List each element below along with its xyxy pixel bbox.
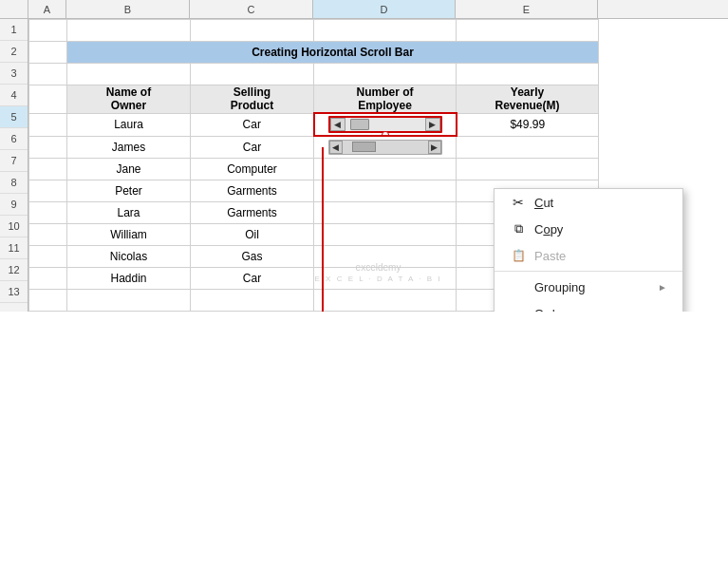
separator-1 — [495, 271, 682, 272]
paste-icon: 📋 — [510, 247, 527, 264]
context-menu-grouping[interactable]: Grouping ► — [495, 274, 682, 300]
table-row: James Car ◀ ▶ — [29, 136, 599, 158]
scrollbar2-widget[interactable]: ◀ ▶ — [328, 140, 442, 155]
context-menu-cut[interactable]: ✂ Cut — [495, 189, 682, 216]
col-e-header: YearlyRevenue(M) — [457, 85, 599, 114]
title-cell: Creating Horizontal Scroll Bar — [67, 42, 599, 64]
grouping-label: Grouping — [534, 280, 585, 294]
row-1 — [29, 20, 599, 42]
spreadsheet: A B C D E 1 2 3 4 5 6 7 8 9 10 11 12 13 — [0, 0, 728, 569]
scroll-track — [345, 118, 425, 131]
grouping-arrow: ► — [658, 282, 667, 293]
col-header-e: E — [456, 0, 598, 18]
cut-label: Cut — [534, 196, 553, 210]
context-menu-order[interactable]: Order ► — [495, 300, 682, 312]
col-c-header: SellingProduct — [191, 85, 314, 114]
scroll-left-btn[interactable]: ◀ — [330, 118, 345, 131]
col-header-c: C — [190, 0, 313, 18]
scroll-thumb[interactable] — [350, 119, 369, 130]
scrollbar-cell: ◀ ▶ — [314, 113, 457, 136]
order-icon — [510, 305, 527, 312]
copy-label: Copy — [534, 222, 563, 237]
context-menu: ✂ Cut ⧉ Copy 📋 Paste Grouping ► — [494, 188, 683, 312]
order-arrow: ► — [658, 309, 667, 312]
scroll-right-btn[interactable]: ▶ — [425, 118, 440, 131]
grouping-icon — [510, 278, 527, 295]
row-4-header: Name ofOwner SellingProduct Number ofEmp… — [29, 85, 599, 114]
scroll2-track — [343, 141, 428, 154]
row-3 — [29, 64, 599, 85]
table-row: Jane Computer — [29, 158, 599, 180]
scrollbar-widget-container: ◀ ▶ — [328, 116, 442, 133]
row-numbers: 1 2 3 4 5 6 7 8 9 10 11 12 13 — [0, 19, 28, 312]
col-b-header: Name ofOwner — [67, 85, 191, 114]
resize-handle[interactable] — [382, 131, 389, 136]
row-2: Creating Horizontal Scroll Bar — [29, 42, 599, 64]
col-header-d: D — [313, 0, 456, 18]
order-label: Order — [534, 307, 566, 312]
scrollbar2-cell: ◀ ▶ — [314, 136, 457, 158]
table-row: Laura Car ◀ ▶ — [29, 113, 599, 136]
context-menu-copy[interactable]: ⧉ Copy — [495, 216, 682, 242]
col-header-a: A — [28, 0, 66, 18]
scroll2-right-btn[interactable]: ▶ — [428, 141, 441, 154]
col-header-b: B — [66, 0, 190, 18]
paste-label: Paste — [534, 249, 566, 263]
copy-icon: ⧉ — [510, 220, 527, 237]
col-d-header: Number ofEmployee — [314, 85, 457, 114]
scroll2-left-btn[interactable]: ◀ — [329, 141, 343, 154]
cells-area: Creating Horizontal Scroll Bar Name ofOw… — [28, 19, 728, 312]
cut-icon: ✂ — [510, 194, 527, 211]
context-menu-paste: 📋 Paste — [495, 242, 682, 269]
scroll2-thumb[interactable] — [352, 142, 376, 152]
